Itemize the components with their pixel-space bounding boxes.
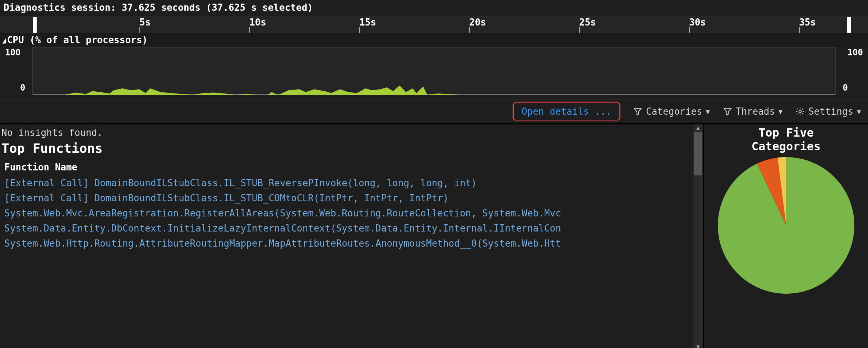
- functions-pane: No insights found. Top Functions Functio…: [0, 124, 703, 348]
- scroll-up-arrow-icon[interactable]: ▲: [693, 124, 703, 131]
- session-header: Diagnostics session: 37.625 seconds (37.…: [0, 0, 868, 17]
- chevron-down-icon: ▼: [706, 108, 710, 115]
- scroll-thumb[interactable]: [694, 132, 702, 175]
- disclosure-triangle-icon[interactable]: ◢: [2, 35, 6, 45]
- cpu-ymax-right: 100: [848, 47, 863, 58]
- scroll-down-arrow-icon[interactable]: ▼: [693, 343, 703, 348]
- ruler-tick: 25s: [579, 17, 596, 28]
- funnel-icon: [633, 107, 642, 116]
- ruler-tick: 20s: [469, 17, 486, 28]
- threads-label: Threads: [736, 106, 775, 117]
- svg-point-2: [799, 110, 802, 113]
- chevron-down-icon: ▼: [857, 108, 861, 115]
- settings-button[interactable]: Settings ▼: [795, 106, 861, 117]
- ruler-tick: 15s: [359, 17, 376, 28]
- pie-title: Top Five Categories: [752, 126, 821, 154]
- ruler-tick: 5s: [139, 17, 151, 28]
- function-row[interactable]: System.Web.Mvc.AreaRegistration.Register…: [1, 206, 703, 221]
- function-name-column-header[interactable]: Function Name: [1, 161, 703, 175]
- categories-label: Categories: [646, 106, 702, 117]
- open-details-highlight: Open details ...: [513, 102, 620, 120]
- cpu-ymin-left: 0: [20, 83, 25, 93]
- timeline-ruler[interactable]: 5s 10s 15s 20s 25s 30s 35s: [0, 17, 868, 33]
- categories-pie-pane: Top Five Categories: [703, 124, 868, 348]
- toolbar: Open details ... Categories ▼ Threads ▼ …: [0, 100, 868, 124]
- svg-marker-1: [33, 86, 835, 95]
- function-row[interactable]: System.Web.Http.Routing.AttributeRouting…: [1, 236, 703, 251]
- cpu-ymin-right: 0: [843, 83, 848, 93]
- function-row[interactable]: [External Call] DomainBoundILStubClass.I…: [1, 191, 703, 206]
- cpu-graph[interactable]: 100 0 100 0: [0, 47, 868, 100]
- vertical-scrollbar[interactable]: ▲ ▼: [693, 124, 703, 348]
- open-details-link[interactable]: Open details ...: [522, 106, 611, 117]
- pie-chart[interactable]: [718, 157, 854, 294]
- ruler-tick: 10s: [249, 17, 266, 28]
- cpu-ymax-left: 100: [5, 47, 20, 58]
- insights-text: No insights found.: [1, 127, 703, 140]
- selection-start-handle[interactable]: [33, 17, 37, 33]
- function-row[interactable]: System.Data.Entity.DbContext.InitializeL…: [1, 221, 703, 236]
- cpu-panel-header[interactable]: ◢CPU (% of all processors): [0, 33, 868, 47]
- cpu-sparkline: [33, 48, 835, 95]
- settings-label: Settings: [808, 106, 853, 117]
- ruler-tick: 35s: [799, 17, 816, 28]
- cpu-header-label: CPU (% of all processors): [7, 35, 148, 45]
- threads-filter-button[interactable]: Threads ▼: [723, 106, 782, 117]
- cpu-graph-canvas[interactable]: [32, 47, 836, 95]
- funnel-icon: [723, 107, 732, 116]
- lower-split: No insights found. Top Functions Functio…: [0, 124, 868, 348]
- ruler-tick: 30s: [689, 17, 706, 28]
- categories-filter-button[interactable]: Categories ▼: [633, 106, 710, 117]
- function-row[interactable]: [External Call] DomainBoundILStubClass.I…: [1, 175, 703, 191]
- top-functions-title: Top Functions: [1, 140, 703, 161]
- selection-end-handle[interactable]: [847, 17, 851, 33]
- chevron-down-icon: ▼: [779, 108, 782, 115]
- gear-icon: [795, 107, 805, 116]
- pie-svg: [718, 157, 854, 294]
